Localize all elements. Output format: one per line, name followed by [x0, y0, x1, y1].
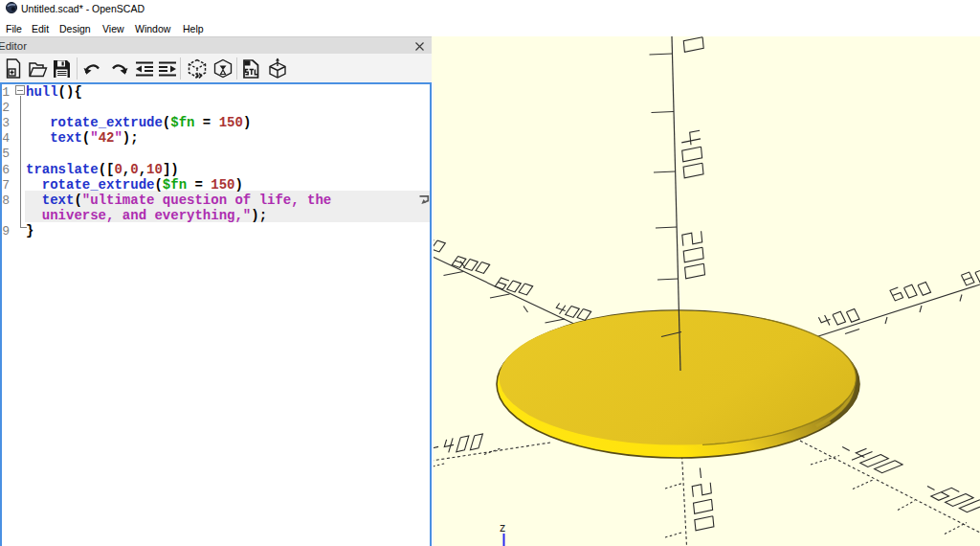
svg-text:z: z — [500, 521, 505, 535]
